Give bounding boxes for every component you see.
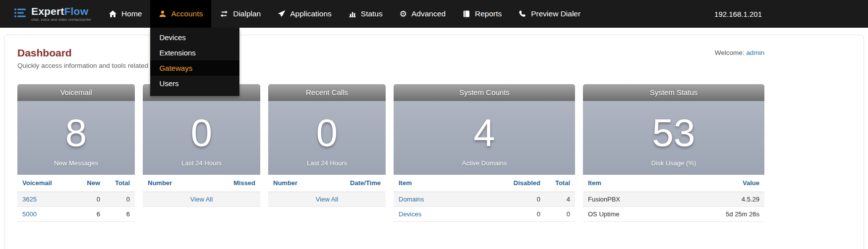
nav-status[interactable]: Status [340,0,391,28]
card-system-counts: System Counts 4 Active Domains Item Disa… [394,84,575,222]
nav-applications-label: Applications [290,9,332,18]
home-icon [109,10,117,18]
card-system-counts-stat[interactable]: 4 Active Domains [394,101,575,175]
table-header-row: Item Value [583,175,764,192]
cell-item: OS Uptime [583,207,672,222]
system-count-link[interactable]: Domains [399,196,424,203]
page-title: Dashboard [17,47,148,59]
main-nav: Home Accounts Devices Extensions Gateway… [100,0,589,28]
missed-calls-table: Number Missed View All [143,175,260,207]
welcome-user-link[interactable]: admin [746,49,764,56]
nav-dialplan-label: Dialplan [233,9,261,18]
card-system-status-title[interactable]: System Status [583,84,764,101]
cell-item: Domains [394,192,506,207]
nav-dialplan[interactable]: Dialplan [211,0,269,28]
system-count-link[interactable]: Devices [399,210,421,218]
card-system-status-stat[interactable]: 53 Disk Usage (%) [583,101,764,175]
nav-advanced-label: Advanced [411,9,446,18]
book-icon [463,10,470,18]
nav-preview-dialer-label: Preview Dialer [531,9,580,18]
card-voicemail-number-label: New Messages [17,159,135,167]
col-value: Value [672,175,764,192]
card-system-status-number-label: Disk Usage (%) [583,159,764,167]
card-recent-calls-stat[interactable]: 0 Last 24 Hours [268,101,386,175]
screen: ExpertFlow chat, voice and video contact… [0,0,868,249]
nav-preview-dialer[interactable]: Preview Dialer [510,0,589,28]
exchange-icon [220,10,229,18]
menu-item-users[interactable]: Users [150,76,239,91]
nav-accounts-label: Accounts [171,9,203,18]
table-row: OS Uptime 5d 25m 26s [583,207,764,222]
table-header-row: Number Date/Time [268,175,386,192]
dashboard-content: Dashboard Quickly access information and… [17,47,764,222]
voicemail-box-link[interactable]: 3625 [22,196,37,203]
card-voicemail-stat[interactable]: 8 New Messages [17,101,135,175]
cell-disabled: 0 [506,207,545,222]
brand-name: ExpertFlow [31,6,91,16]
brand-tagline: chat, voice and video contactcenter [31,18,91,22]
cell-item: Devices [394,207,506,222]
card-system-counts-title[interactable]: System Counts [394,84,575,101]
page-title-block: Dashboard Quickly access information and… [17,47,148,69]
menu-item-extensions[interactable]: Extensions [150,45,239,60]
system-status-table: Item Value FusionPBX 4.5.29 OS Uptime 5d… [583,175,764,222]
brand-logo[interactable]: ExpertFlow chat, voice and video contact… [0,6,100,22]
col-number: Number [143,175,221,192]
voicemail-table: Voicemail New Total 3625 0 0 5000 [17,175,135,222]
cell-value: 4.5.29 [672,192,764,207]
card-recent-calls: Recent Calls 0 Last 24 Hours Number Date… [268,84,386,207]
col-item: Item [394,175,506,192]
card-missed-calls-stat[interactable]: 0 Last 24 Hours [143,101,260,175]
cell-view-all: View All [268,192,386,207]
cell-total: 4 [545,192,575,207]
card-voicemail-number: 8 [17,113,135,153]
nav-home[interactable]: Home [100,0,150,28]
card-voicemail-title[interactable]: Voicemail [17,84,135,101]
cell-total: 6 [105,207,135,222]
nav-accounts[interactable]: Accounts Devices Extensions Gateways Use… [150,0,211,28]
nav-home-label: Home [121,9,142,18]
view-all-link[interactable]: View All [190,196,213,203]
page-header: Dashboard Quickly access information and… [17,47,764,69]
main-panel: Dashboard Quickly access information and… [4,35,864,249]
nav-reports[interactable]: Reports [454,0,510,28]
col-item: Item [583,175,672,192]
table-row: View All [268,192,386,207]
cell-new: 6 [75,207,105,222]
cell-total: 0 [545,207,575,222]
accounts-dropdown-menu: Devices Extensions Gateways Users [150,28,239,96]
card-missed-calls: Missed Calls 0 Last 24 Hours Number Miss… [143,84,260,207]
col-missed: Missed [221,175,260,192]
bar-chart-icon [348,10,356,18]
col-voicemail: Voicemail [17,175,75,192]
view-all-link[interactable]: View All [316,196,338,203]
cell-value: 5d 25m 26s [672,207,764,222]
card-system-status: System Status 53 Disk Usage (%) Item Val… [583,84,764,222]
voicemail-box-link[interactable]: 5000 [22,210,37,218]
card-recent-calls-number-label: Last 24 Hours [268,159,386,167]
gear-icon: ⚙ [400,10,407,18]
nav-status-label: Status [361,9,383,18]
card-system-counts-number: 4 [394,113,575,153]
top-navbar: ExpertFlow chat, voice and video contact… [0,0,868,28]
menu-item-gateways[interactable]: Gateways [150,60,239,76]
card-recent-calls-title[interactable]: Recent Calls [268,84,386,101]
cell-new: 0 [75,192,105,207]
system-counts-table: Item Disabled Total Domains 0 4 Devic [394,175,575,222]
table-row: Devices 0 0 [394,207,575,222]
table-header-row: Item Disabled Total [394,175,575,192]
nav-applications[interactable]: Applications [269,0,340,28]
brand-name-flow: Flow [64,5,89,17]
paper-plane-icon [278,10,286,18]
dashboard-cards-row: Voicemail 8 New Messages Voicemail New T… [17,84,764,222]
col-number: Number [268,175,345,192]
nav-advanced[interactable]: ⚙ Advanced [391,0,454,28]
menu-item-devices[interactable]: Devices [150,30,239,45]
page-subtitle: Quickly access information and tools rel… [17,62,148,69]
table-row: View All [143,192,260,207]
cell-item: FusionPBX [583,192,672,207]
card-missed-calls-number: 0 [143,113,260,153]
cell-view-all: View All [143,192,260,207]
card-recent-calls-number: 0 [268,113,386,153]
brand-name-expert: Expert [31,5,64,17]
